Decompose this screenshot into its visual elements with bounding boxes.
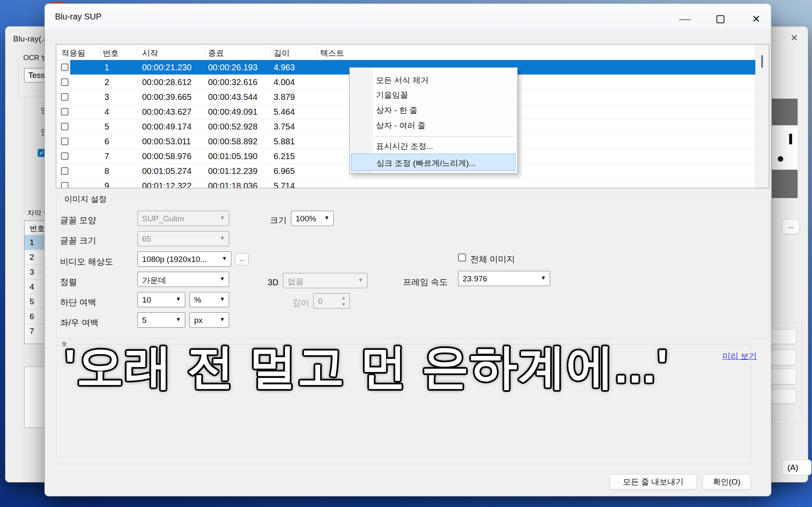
applied-checkbox[interactable] [61, 78, 69, 86]
close-icon[interactable]: ✕ [748, 11, 765, 27]
spinner-up-icon: ▲ [341, 295, 346, 300]
chevron-down-icon: ▼ [222, 255, 227, 262]
chevron-down-icon: ▼ [219, 296, 225, 302]
bottom-margin-combo[interactable]: 10 ▼ [137, 292, 185, 307]
framerate-label: 프레임 속도 [403, 276, 448, 288]
col-header-applied[interactable]: 적용됨 [61, 48, 85, 59]
alignment-label: 정렬 [60, 276, 77, 288]
glyph-fragment [789, 134, 792, 144]
bottom-margin-label: 하단 여백 [60, 297, 96, 308]
applied-checkbox[interactable] [61, 167, 69, 175]
ok-button[interactable]: 확인(O) [702, 474, 751, 490]
glyph-dot-fragment [778, 156, 783, 162]
side-margin-unit-combo[interactable]: px ▼ [189, 312, 229, 328]
side-margin-combo[interactable]: 5 ▼ [137, 312, 185, 328]
applied-checkbox[interactable] [61, 152, 69, 160]
maximize-icon[interactable] [716, 15, 724, 23]
subtitle-image-preview-top [772, 99, 798, 125]
applied-checkbox[interactable] [61, 108, 69, 116]
font-size-combo: 65 ▼ [137, 231, 229, 246]
image-settings-label: 이미지 설정 [62, 194, 109, 205]
menu-item-box-multi-line[interactable]: 상자 - 여러 줄 [376, 120, 425, 131]
size-label: 크기 [270, 215, 287, 226]
applied-checkbox[interactable] [61, 93, 69, 101]
col-header-duration[interactable]: 길이 [274, 48, 290, 59]
spinner-down-icon: ▼ [341, 302, 346, 307]
column-divider [101, 46, 101, 58]
framerate-combo[interactable]: 23.976 ▼ [458, 271, 550, 286]
dialog-title: Blu-ray SUP [55, 12, 102, 22]
menu-item-italic[interactable]: 기울임꼴 [376, 90, 408, 101]
full-image-checkbox[interactable] [458, 253, 466, 262]
minimize-icon[interactable] [679, 19, 691, 20]
font-name-label: 글꼴 모양 [60, 215, 96, 226]
browse-dots-button[interactable]: ... [782, 219, 800, 234]
menu-item-box-single-line[interactable]: 상자 - 한 줄 [376, 105, 417, 116]
table-row[interactable]: 9 00:01:12.322 00:01:18.036 5.714 [56, 179, 769, 188]
table-header-row: 적용됨 번호 시작 종료 길이 텍스트 [56, 44, 769, 60]
video-resolution-combo[interactable]: 1080p (1920x10... ▼ [137, 251, 231, 267]
subtitle-image-preview-bottom [772, 170, 798, 198]
depth-spinner: 0 ▲ ▼ [313, 293, 350, 309]
column-divider [205, 46, 205, 58]
menu-item-adjust-display-time[interactable]: 표시시간 조정... [376, 141, 433, 152]
scrollbar-thumb[interactable] [761, 55, 763, 68]
chevron-down-icon: ▼ [219, 215, 225, 221]
threed-label: 3D [268, 278, 279, 287]
bottom-margin-unit-combo[interactable]: % ▼ [189, 292, 229, 307]
check-icon: ✔ [39, 150, 44, 156]
chevron-down-icon: ▼ [219, 235, 225, 241]
applied-checkbox[interactable] [61, 182, 69, 188]
applied-checkbox[interactable] [61, 138, 69, 145]
font-name-combo: SUP_Gulim ▼ [137, 211, 229, 226]
subtitle-image-preview [772, 125, 798, 170]
table-scrollbar[interactable] [755, 44, 769, 188]
bluray-sup-dialog: Blu-ray SUP ✕ 적용됨 번호 시작 종료 길이 텍스트 1 00:0… [44, 3, 771, 496]
col-header-end[interactable]: 종료 [208, 48, 224, 59]
partial-apply-button[interactable]: (A) [782, 460, 812, 475]
preview-link[interactable]: 미리 보기 [722, 351, 757, 362]
context-menu: 모든 서식 제거 기울임꼴 상자 - 한 줄 상자 - 여러 줄 표시시간 조정… [349, 67, 518, 174]
video-resolution-label: 비디오 해상도 [60, 256, 113, 267]
applied-checkbox[interactable] [61, 123, 69, 130]
chevron-down-icon: ▼ [219, 276, 225, 282]
dialog-titlebar[interactable]: Blu-ray SUP ✕ [45, 4, 771, 29]
menu-separator [374, 136, 514, 137]
chevron-down-icon: ▼ [176, 296, 181, 302]
column-divider [270, 46, 271, 58]
font-size-label: 글꼴 크기 [60, 235, 96, 246]
side-margin-label: 좌/우 여백 [60, 317, 99, 328]
alignment-combo[interactable]: 가운데 ▼ [137, 272, 229, 287]
chevron-down-icon: ▼ [540, 275, 546, 281]
depth-label: 깊이 [292, 297, 309, 309]
chevron-down-icon: ▼ [176, 316, 181, 322]
resolution-browse-button[interactable]: ... [235, 253, 249, 265]
background-close-icon[interactable]: ✕ [787, 32, 801, 44]
col-header-start[interactable]: 시작 [142, 48, 158, 59]
menu-item-remove-formatting[interactable]: 모든 서식 제거 [376, 75, 429, 86]
col-header-number[interactable]: 번호 [103, 48, 119, 59]
chevron-down-icon: ▼ [324, 215, 329, 221]
size-combo[interactable]: 100% ▼ [291, 211, 334, 226]
col-header-text[interactable]: 텍스트 [320, 48, 344, 59]
background-window-title: Blu-ray(.s [13, 34, 47, 44]
export-all-lines-button[interactable]: 모든 줄 내보내기 [609, 474, 697, 490]
chevron-down-icon: ▼ [358, 277, 363, 283]
chevron-down-icon: ▼ [219, 316, 225, 322]
full-image-label: 전체 이미지 [470, 253, 515, 265]
menu-item-sync-adjust-highlighted[interactable]: 싱크 조정 (빠르게/느리게)... [351, 154, 516, 171]
subtitle-preview-image: '오래 전 멀고 먼 은하계에...' [64, 335, 783, 419]
applied-checkbox[interactable] [61, 63, 69, 71]
column-divider [317, 46, 317, 58]
threed-combo: 없음 ▼ [283, 273, 368, 288]
column-divider [137, 46, 137, 58]
